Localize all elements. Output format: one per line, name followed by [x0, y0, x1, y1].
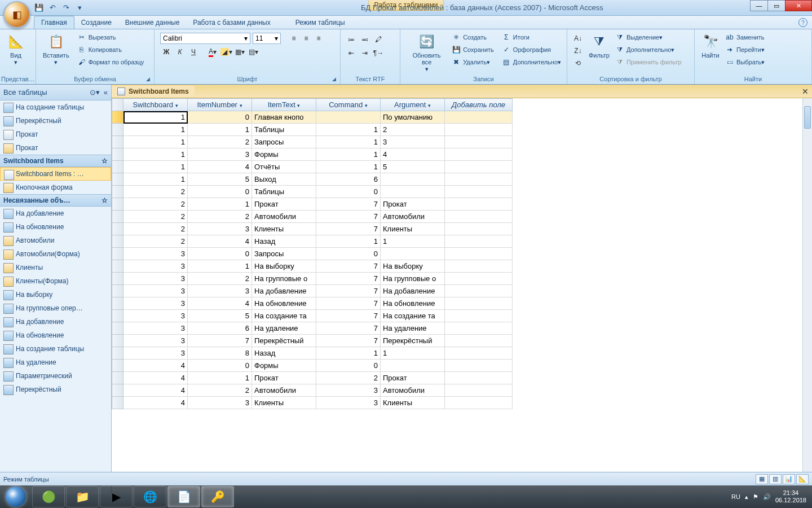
close-tab-icon[interactable]: ✕: [802, 87, 809, 96]
cut-button[interactable]: ✂Вырезать: [75, 32, 147, 43]
align-left-button[interactable]: ≡: [288, 33, 300, 44]
select-button[interactable]: ▭Выбрать ▾: [723, 56, 767, 68]
nav-item[interactable]: Клиенты: [0, 261, 111, 274]
cell[interactable]: 0: [316, 186, 381, 198]
cell[interactable]: 0: [316, 248, 381, 260]
cell[interactable]: Клиенты: [252, 223, 316, 235]
cell[interactable]: 7: [316, 310, 381, 322]
row-selector[interactable]: [112, 347, 123, 360]
cell[interactable]: 7: [316, 285, 381, 297]
cell[interactable]: 7: [316, 322, 381, 335]
cell[interactable]: [445, 360, 513, 372]
nav-header[interactable]: Все таблицы ⊙▾ «: [0, 85, 111, 100]
alternate-fill-button[interactable]: ▤▾: [247, 46, 259, 58]
cell[interactable]: 3: [123, 285, 188, 297]
cell[interactable]: 2: [123, 211, 188, 223]
nav-item[interactable]: На выборку: [0, 288, 111, 301]
cell[interactable]: 1: [188, 124, 252, 136]
cell[interactable]: [445, 273, 513, 285]
cell[interactable]: На выборку: [252, 260, 316, 273]
cell[interactable]: 1: [316, 347, 381, 360]
column-header[interactable]: Switchboard ▾: [123, 99, 188, 111]
cell[interactable]: 3: [188, 285, 252, 297]
cell[interactable]: 7: [316, 297, 381, 310]
view-button[interactable]: 📐Вид▾: [3, 32, 28, 67]
cell[interactable]: 3: [316, 384, 381, 397]
cell[interactable]: 3: [123, 335, 188, 347]
nav-item[interactable]: Автомобили: [0, 234, 111, 247]
nav-item[interactable]: На обновление: [0, 220, 111, 234]
tab-datasheet[interactable]: Режим таблицы: [289, 16, 352, 29]
start-button[interactable]: [0, 485, 32, 508]
cell[interactable]: [381, 173, 445, 186]
row-selector[interactable]: [112, 111, 123, 124]
taskbar-word[interactable]: 📄: [167, 486, 200, 507]
find-button[interactable]: 🔭Найти: [698, 32, 723, 60]
cell[interactable]: 8: [188, 347, 252, 360]
cell[interactable]: 1: [381, 347, 445, 360]
cell[interactable]: 1: [316, 148, 381, 161]
cell[interactable]: На удаление: [252, 322, 316, 335]
align-right-button[interactable]: ≡: [312, 33, 325, 44]
minimize-button[interactable]: —: [750, 0, 768, 11]
cell[interactable]: 3: [123, 347, 188, 360]
cell[interactable]: [445, 285, 513, 297]
cell[interactable]: [445, 173, 513, 186]
cell[interactable]: 2: [123, 186, 188, 198]
paste-button[interactable]: 📋Вставить▾: [39, 32, 73, 67]
cell[interactable]: 1: [123, 173, 188, 186]
format-painter-button[interactable]: 🖌Формат по образцу: [75, 56, 147, 68]
cell[interactable]: На выборку: [381, 260, 445, 273]
cell[interactable]: [445, 397, 513, 409]
cell[interactable]: 7: [316, 335, 381, 347]
cell[interactable]: 1: [123, 161, 188, 173]
cell[interactable]: 1: [123, 136, 188, 148]
cell[interactable]: 2: [188, 136, 252, 148]
font-launcher-icon[interactable]: ◢: [332, 76, 339, 83]
taskbar-chrome[interactable]: 🌐: [134, 486, 166, 507]
row-selector[interactable]: [112, 335, 123, 347]
row-selector[interactable]: [112, 297, 123, 310]
text-highlight-button[interactable]: 🖍: [372, 34, 385, 45]
nav-item[interactable]: На обновление: [0, 329, 111, 342]
undo-icon[interactable]: ↶: [47, 3, 58, 13]
cell[interactable]: 3: [123, 322, 188, 335]
cell[interactable]: 2: [123, 223, 188, 235]
cell[interactable]: Таблицы: [252, 186, 316, 198]
nav-item[interactable]: На удаление: [0, 356, 111, 369]
cell[interactable]: Формы: [252, 148, 316, 161]
underline-button[interactable]: Ч: [187, 46, 200, 58]
cell[interactable]: [445, 186, 513, 198]
cell[interactable]: Выход: [252, 173, 316, 186]
tab-external-data[interactable]: Внешние данные: [118, 16, 187, 29]
cell[interactable]: На обновление: [381, 297, 445, 310]
nav-item[interactable]: На создание таблицы: [0, 100, 111, 114]
cell[interactable]: На добавление: [252, 285, 316, 297]
row-selector[interactable]: [112, 285, 123, 297]
cell[interactable]: 3: [188, 397, 252, 409]
cell[interactable]: 2: [123, 198, 188, 211]
cell[interactable]: [445, 322, 513, 335]
column-header[interactable]: ItemText ▾: [252, 99, 316, 111]
clipboard-launcher-icon[interactable]: ◢: [146, 76, 153, 83]
row-selector[interactable]: [112, 148, 123, 161]
more-records-button[interactable]: ▤Дополнительно ▾: [500, 56, 563, 68]
cell[interactable]: Автомобили: [252, 384, 316, 397]
spelling-button[interactable]: ✓Орфография: [500, 44, 563, 55]
cell[interactable]: 2: [316, 372, 381, 384]
cell[interactable]: Прокат: [381, 372, 445, 384]
cell[interactable]: [445, 148, 513, 161]
clear-sort-button[interactable]: ⟲: [572, 58, 584, 69]
cell[interactable]: 2: [381, 124, 445, 136]
cell[interactable]: По умолчанию: [381, 111, 445, 124]
cell[interactable]: [445, 384, 513, 397]
selection-filter-button[interactable]: ⧩Выделение ▾: [613, 32, 684, 43]
cell[interactable]: Прокат: [252, 372, 316, 384]
cell[interactable]: 4: [381, 148, 445, 161]
cell[interactable]: [445, 347, 513, 360]
cell[interactable]: 5: [381, 161, 445, 173]
row-selector[interactable]: [112, 124, 123, 136]
row-selector[interactable]: [112, 260, 123, 273]
italic-button[interactable]: К: [174, 46, 186, 58]
cell[interactable]: [381, 248, 445, 260]
